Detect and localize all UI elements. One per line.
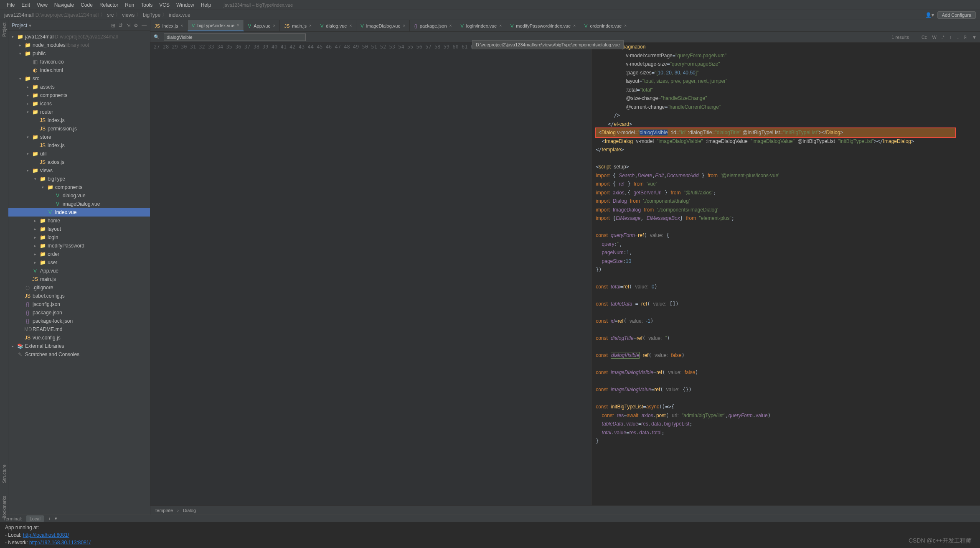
tree-item[interactable]: ▸📁login <box>8 233 150 242</box>
match-case-icon[interactable]: Cc <box>922 35 927 40</box>
select-all-icon[interactable]: ⎘ <box>964 35 967 40</box>
tree-item[interactable]: ▸📁node_modules library root <box>8 41 150 49</box>
tree-item[interactable]: ▾📁views <box>8 166 150 175</box>
tree-item[interactable]: ▸📁layout <box>8 225 150 233</box>
bookmarks-toolwindow-tab[interactable]: Bookmarks <box>2 496 7 519</box>
network-url-link[interactable]: http://192.168.30.113:8081/ <box>29 540 91 545</box>
close-icon[interactable]: × <box>499 23 502 28</box>
breadcrumb-item[interactable]: java1234mall <box>4 12 34 18</box>
tree-item[interactable]: JSindex.js <box>8 116 150 125</box>
crumb-template[interactable]: template <box>155 508 173 513</box>
menu-file[interactable]: File <box>3 1 18 9</box>
editor-tab[interactable]: Vlogin\index.vue× <box>456 20 506 31</box>
menu-navigate[interactable]: Navigate <box>51 1 77 9</box>
tree-item[interactable]: VimageDialog.vue <box>8 200 150 208</box>
close-icon[interactable]: × <box>180 23 183 28</box>
tree-item[interactable]: ▾📁router <box>8 108 150 116</box>
editor-tab[interactable]: JSmain.js× <box>280 20 316 31</box>
tree-item[interactable]: ▸📁icons <box>8 99 150 108</box>
hide-icon[interactable]: — <box>142 23 147 28</box>
menu-code[interactable]: Code <box>77 1 96 9</box>
menu-tools[interactable]: Tools <box>137 1 156 9</box>
tree-item[interactable]: JSaxios.js <box>8 158 150 166</box>
tree-item[interactable]: ▾📁util <box>8 150 150 158</box>
tree-item[interactable]: ▾📁store <box>8 133 150 141</box>
user-icon[interactable]: 👤▾ <box>925 12 934 18</box>
terminal-output[interactable]: App running at: - Local: http://localhos… <box>0 522 980 548</box>
words-icon[interactable]: W <box>932 35 936 40</box>
tree-item[interactable]: JSpermission.js <box>8 125 150 133</box>
tree-item[interactable]: JSvue.config.js <box>8 334 150 342</box>
menu-window[interactable]: Window <box>173 1 198 9</box>
editor-tab[interactable]: {}package.json× <box>410 20 456 31</box>
menu-vcs[interactable]: VCS <box>156 1 173 9</box>
tree-item[interactable]: ▸📁components <box>8 91 150 99</box>
tree-item[interactable]: ▾📁java1234mall D:\vueproject2\java1234ma… <box>8 33 150 41</box>
tree-item[interactable]: ▾📁bigType <box>8 175 150 183</box>
editor-tab[interactable]: VmodifyPassword\index.vue× <box>506 20 580 31</box>
close-icon[interactable]: × <box>309 23 312 28</box>
close-icon[interactable]: × <box>273 23 276 28</box>
breadcrumb-item[interactable]: bigType <box>143 12 160 18</box>
tree-item[interactable]: ✎Scratches and Consoles <box>8 350 150 359</box>
crumb-dialog[interactable]: Dialog <box>183 508 196 513</box>
tree-item[interactable]: VApp.vue <box>8 267 150 275</box>
close-icon[interactable]: × <box>237 23 239 28</box>
editor-tab[interactable]: JSindex.js× <box>150 20 188 31</box>
tree-item[interactable]: ▸📁order <box>8 250 150 258</box>
terminal-tab-local[interactable]: Local <box>26 515 44 522</box>
settings-icon[interactable]: ⚙ <box>134 23 138 28</box>
menu-edit[interactable]: Edit <box>18 1 33 9</box>
structure-toolwindow-tab[interactable]: Structure <box>2 464 7 483</box>
tree-item[interactable]: ◧favicon.ico <box>8 58 150 66</box>
tree-item[interactable]: ▸📁modifyPassword <box>8 242 150 250</box>
tree-item[interactable]: ▸📁user <box>8 258 150 267</box>
menu-run[interactable]: Run <box>122 1 137 9</box>
next-match-icon[interactable]: ↓ <box>957 35 960 40</box>
find-input[interactable] <box>164 33 306 41</box>
tree-item[interactable]: ▾📁src <box>8 74 150 83</box>
editor-tab[interactable]: VbigType\index.vue× <box>188 20 244 31</box>
expand-icon[interactable]: ⇵ <box>119 23 123 28</box>
menu-refactor[interactable]: Refactor <box>96 1 122 9</box>
code-editor[interactable]: 27 28 29 30 31 32 33 34 35 36 37 38 39 4… <box>150 43 980 505</box>
close-icon[interactable]: × <box>573 23 576 28</box>
tree-item[interactable]: {}package-lock.json <box>8 317 150 325</box>
terminal-add-icon[interactable]: + <box>48 516 51 521</box>
close-icon[interactable]: × <box>449 23 452 28</box>
project-toolwindow-tab[interactable]: Project <box>2 23 7 37</box>
breadcrumb-item[interactable]: views <box>122 12 135 18</box>
menu-help[interactable]: Help <box>198 1 215 9</box>
tree-item[interactable]: JSindex.js <box>8 141 150 150</box>
local-url-link[interactable]: http://localhost:8081/ <box>23 532 69 538</box>
tree-item[interactable]: JSmain.js <box>8 275 150 283</box>
editor-tab[interactable]: VApp.vue× <box>244 20 280 31</box>
tree-item[interactable]: ▸📁assets <box>8 83 150 91</box>
tree-item[interactable]: JSbabel.config.js <box>8 292 150 300</box>
tree-item[interactable]: ▾📁components <box>8 183 150 191</box>
terminal-dropdown-icon[interactable]: ▾ <box>55 516 57 521</box>
add-config-button[interactable]: Add Configura <box>937 11 976 19</box>
filter-icon[interactable]: ▼ <box>972 35 977 40</box>
breadcrumb-item[interactable]: index.vue <box>169 12 190 18</box>
breadcrumb-item[interactable]: src <box>107 12 114 18</box>
tree-item[interactable]: Vdialog.vue <box>8 191 150 200</box>
project-tree[interactable]: ▾📁java1234mall D:\vueproject2\java1234ma… <box>8 31 150 515</box>
prev-match-icon[interactable]: ↑ <box>950 35 952 40</box>
editor-tab[interactable]: Vdialog.vue× <box>316 20 356 31</box>
close-icon[interactable]: × <box>624 23 627 28</box>
tree-item[interactable]: ▾📁public <box>8 49 150 58</box>
tree-item[interactable]: ▸📚External Libraries <box>8 342 150 350</box>
collapse-icon[interactable]: ⇲ <box>126 23 130 28</box>
tree-item[interactable]: {}package.json <box>8 308 150 317</box>
editor-tab[interactable]: Vorder\index.vue× <box>580 20 631 31</box>
tree-item[interactable]: ▸📁home <box>8 217 150 225</box>
editor-tab[interactable]: VimageDialog.vue× <box>356 20 410 31</box>
tree-item[interactable]: {}jsconfig.json <box>8 300 150 308</box>
regex-icon[interactable]: .* <box>942 35 944 40</box>
tree-item[interactable]: MDREADME.md <box>8 325 150 334</box>
close-icon[interactable]: × <box>349 23 352 28</box>
select-opened-icon[interactable]: ⊞ <box>111 23 115 28</box>
menu-view[interactable]: View <box>33 1 51 9</box>
tree-item[interactable]: ◐index.html <box>8 66 150 74</box>
